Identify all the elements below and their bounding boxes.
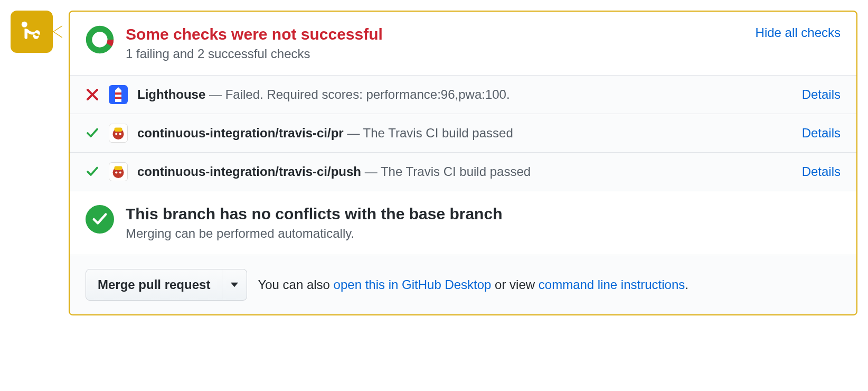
merge-footer: Merge pull request You can also open thi… (70, 255, 856, 314)
travis-avatar-icon (109, 162, 128, 181)
check-description: The Travis CI build passed (381, 164, 531, 179)
svg-point-12 (119, 171, 121, 173)
check-row: continuous-integration/travis-ci/push — … (70, 152, 856, 191)
merge-status-badge (11, 11, 53, 53)
footer-hint-text: You can also open this in GitHub Desktop… (258, 277, 688, 292)
svg-rect-4 (115, 97, 121, 99)
success-check-icon (86, 205, 114, 234)
svg-point-11 (115, 171, 117, 173)
check-icon (86, 165, 99, 178)
check-name: continuous-integration/travis-ci/push (137, 164, 361, 179)
svg-point-0 (89, 29, 111, 51)
conflict-title: This branch has no conflicts with the ba… (126, 205, 502, 223)
check-description: The Travis CI build passed (363, 126, 513, 140)
merge-conflict-section: This branch has no conflicts with the ba… (70, 191, 856, 255)
check-icon (86, 127, 99, 139)
open-github-desktop-link[interactable]: open this in GitHub Desktop (334, 277, 492, 292)
svg-rect-10 (115, 166, 122, 171)
status-donut-icon (86, 25, 114, 54)
travis-avatar-icon (109, 124, 128, 143)
svg-rect-3 (115, 92, 121, 95)
command-line-instructions-link[interactable]: command line instructions (539, 277, 685, 292)
svg-point-7 (115, 133, 117, 135)
merge-panel-container: Some checks were not successful 1 failin… (11, 11, 857, 315)
check-row: continuous-integration/travis-ci/pr — Th… (70, 114, 856, 152)
lighthouse-avatar-icon (109, 85, 128, 104)
merge-button-group: Merge pull request (86, 269, 247, 301)
merge-pull-request-button[interactable]: Merge pull request (86, 269, 222, 301)
git-merge-icon (20, 20, 43, 43)
conflict-subtitle: Merging can be performed automatically. (126, 226, 502, 241)
check-name: continuous-integration/travis-ci/pr (137, 126, 344, 140)
check-name: Lighthouse (137, 87, 205, 101)
details-link[interactable]: Details (802, 87, 841, 102)
details-link[interactable]: Details (802, 164, 841, 179)
x-icon (86, 89, 99, 100)
hide-all-checks-link[interactable]: Hide all checks (756, 25, 841, 40)
check-row: Lighthouse — Failed. Required scores: pe… (70, 75, 856, 114)
svg-rect-6 (115, 128, 122, 132)
checks-subtitle: 1 failing and 2 successful checks (126, 46, 744, 61)
merge-dropdown-button[interactable] (222, 269, 247, 301)
details-link[interactable]: Details (802, 126, 841, 141)
check-description: Failed. Required scores: performance:96,… (225, 87, 510, 101)
caret-down-icon (231, 282, 238, 287)
checks-header: Some checks were not successful 1 failin… (70, 12, 856, 75)
checks-panel: Some checks were not successful 1 failin… (69, 11, 857, 315)
svg-point-8 (119, 133, 121, 135)
checks-title: Some checks were not successful (126, 25, 744, 43)
